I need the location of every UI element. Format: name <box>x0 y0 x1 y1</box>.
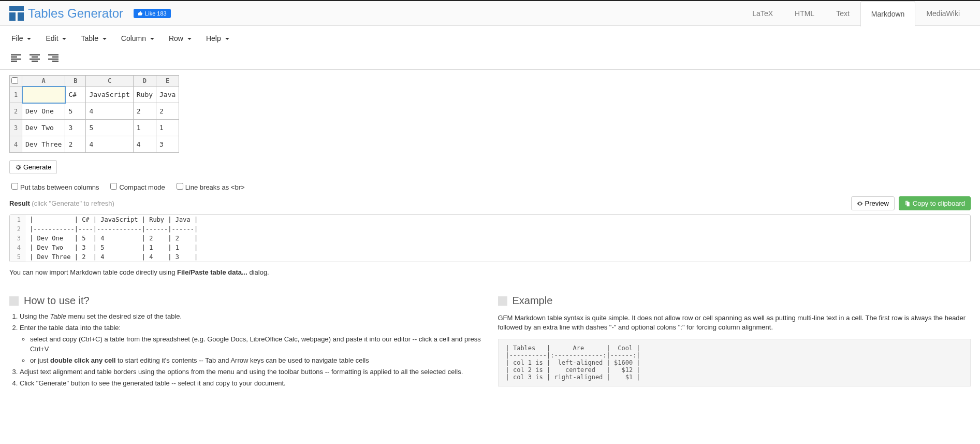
menu-column[interactable]: Column <box>119 31 156 46</box>
cell-r3c3[interactable]: 5 <box>86 120 133 136</box>
format-tab-text[interactable]: Text <box>825 1 860 26</box>
option-tabs[interactable]: Put tabs between columns <box>9 181 99 191</box>
code-line: | | C# | JavaScript | Ruby | Java | <box>25 215 202 224</box>
howto-step-4: Click "Generate" button to see the gener… <box>20 379 482 388</box>
menu-row[interactable]: Row <box>167 31 194 46</box>
code-line: | Dev One | 5 | 4 | 2 | 2 | <box>25 234 202 243</box>
option-br-checkbox[interactable] <box>177 183 183 190</box>
option-tabs-checkbox[interactable] <box>11 183 18 190</box>
thumbs-up-icon <box>138 11 143 16</box>
cell-r3c5[interactable]: 1 <box>156 120 179 136</box>
code-gutter: 2 <box>10 224 25 234</box>
align-right-button[interactable] <box>47 52 60 64</box>
col-header-E[interactable]: E <box>156 76 179 87</box>
col-header-C[interactable]: C <box>86 76 133 87</box>
gear-icon <box>15 164 21 170</box>
cell-r1c5[interactable]: Java <box>156 87 179 103</box>
code-gutter: 1 <box>10 215 25 224</box>
format-tab-html[interactable]: HTML <box>784 1 825 26</box>
cell-r3c4[interactable]: 1 <box>133 120 156 136</box>
preview-button[interactable]: Preview <box>851 196 895 210</box>
howto-step-2b: or just double click any cell to start e… <box>30 356 482 365</box>
cell-r2c4[interactable]: 2 <box>133 103 156 120</box>
cell-r1c2[interactable]: C# <box>65 87 86 103</box>
options-row: Put tabs between columns Compact mode Li… <box>0 178 980 194</box>
cell-r3c1[interactable]: Dev Two <box>22 120 65 136</box>
row-header-4[interactable]: 4 <box>10 136 22 153</box>
row-header-1[interactable]: 1 <box>10 87 22 103</box>
col-header-B[interactable]: B <box>65 76 86 87</box>
howto-list: Using the Table menu set the desired siz… <box>20 312 482 388</box>
example-code[interactable]: | Tables | Are | Cool | |----------|:---… <box>498 339 971 386</box>
code-line: | Dev Three | 2 | 4 | 4 | 3 | <box>25 252 202 262</box>
cell-r2c1[interactable]: Dev One <box>22 103 65 120</box>
cell-r4c1[interactable]: Dev Three <box>22 136 65 153</box>
menu-file[interactable]: File <box>9 31 33 46</box>
format-tabs: LaTeXHTMLTextMarkdownMediaWiki <box>741 1 971 26</box>
result-header: Result (click "Generate" to refresh) Pre… <box>0 194 980 212</box>
align-right-icon <box>48 54 58 62</box>
code-gutter: 5 <box>10 252 25 262</box>
spreadsheet-grid[interactable]: ABCDE1C#JavaScriptRubyJava2Dev One54223D… <box>9 75 179 153</box>
row-header-2[interactable]: 2 <box>10 103 22 120</box>
caret-down-icon <box>62 38 66 40</box>
cell-r1c1[interactable] <box>22 87 65 103</box>
format-tab-latex[interactable]: LaTeX <box>741 1 784 26</box>
import-note: You can now import Markdown table code d… <box>0 264 980 280</box>
copy-clipboard-button[interactable]: Copy to clipboard <box>899 196 971 210</box>
generate-button[interactable]: Generate <box>9 160 57 174</box>
copy-icon <box>904 200 911 207</box>
howto-step-2: Enter the table data into the table: sel… <box>20 323 482 365</box>
align-center-icon <box>30 54 40 62</box>
option-br[interactable]: Line breaks as <br> <box>174 181 245 191</box>
code-gutter: 4 <box>10 243 25 252</box>
howto-step-2a: select and copy (Ctrl+C) a table from th… <box>30 335 482 353</box>
facebook-like-button[interactable]: Like 183 <box>134 9 171 18</box>
format-tab-markdown[interactable]: Markdown <box>860 1 916 26</box>
cell-r2c5[interactable]: 2 <box>156 103 179 120</box>
option-compact[interactable]: Compact mode <box>108 181 165 191</box>
topbar: Tables Generator Like 183 LaTeXHTMLTextM… <box>0 0 980 26</box>
result-code-box[interactable]: 1| | C# | JavaScript | Ruby | Java |2|--… <box>9 214 971 262</box>
logo-icon <box>9 6 24 21</box>
code-line: | Dev Two | 3 | 5 | 1 | 1 | <box>25 243 202 252</box>
brand-text: Tables Generator <box>28 6 123 21</box>
caret-down-icon <box>103 38 107 40</box>
example-column: Example GFM Markdown table syntax is qui… <box>498 285 971 390</box>
code-gutter: 3 <box>10 234 25 243</box>
format-tab-mediawiki[interactable]: MediaWiki <box>915 1 971 26</box>
col-header-D[interactable]: D <box>133 76 156 87</box>
cell-r4c3[interactable]: 4 <box>86 136 133 153</box>
howto-column: How to use it? Using the Table menu set … <box>9 285 482 390</box>
cell-r4c4[interactable]: 4 <box>133 136 156 153</box>
code-line: |-----------|----|------------|------|--… <box>25 224 202 234</box>
option-compact-checkbox[interactable] <box>110 183 117 190</box>
cell-r4c5[interactable]: 3 <box>156 136 179 153</box>
cell-r2c2[interactable]: 5 <box>65 103 86 120</box>
example-desc: GFM Markdown table syntax is quite simpl… <box>498 313 971 332</box>
select-all-corner[interactable] <box>10 76 22 87</box>
cell-r3c2[interactable]: 3 <box>65 120 86 136</box>
col-header-A[interactable]: A <box>22 76 65 87</box>
align-left-button[interactable] <box>9 52 23 64</box>
cell-r1c4[interactable]: Ruby <box>133 87 156 103</box>
table-editor: ABCDE1C#JavaScriptRubyJava2Dev One54223D… <box>0 70 980 158</box>
howto-step-3: Adjust text alignment and table borders … <box>20 367 482 377</box>
menu-edit[interactable]: Edit <box>43 31 68 46</box>
brand-logo[interactable]: Tables Generator <box>9 6 123 21</box>
cell-r1c3[interactable]: JavaScript <box>86 87 133 103</box>
caret-down-icon <box>187 38 192 40</box>
align-center-button[interactable] <box>28 52 41 64</box>
cell-r2c3[interactable]: 4 <box>86 103 133 120</box>
row-header-3[interactable]: 3 <box>10 120 22 136</box>
menubar: File Edit Table Column Row Help <box>0 26 980 69</box>
howto-step-1: Using the Table menu set the desired siz… <box>20 312 482 321</box>
menu-help[interactable]: Help <box>204 31 231 46</box>
example-heading: Example <box>498 295 971 307</box>
eye-icon <box>857 200 863 207</box>
caret-down-icon <box>27 38 31 40</box>
cell-r4c2[interactable]: 2 <box>65 136 86 153</box>
menu-table[interactable]: Table <box>79 31 108 46</box>
caret-down-icon <box>225 38 229 40</box>
info-columns: How to use it? Using the Table menu set … <box>0 280 980 395</box>
